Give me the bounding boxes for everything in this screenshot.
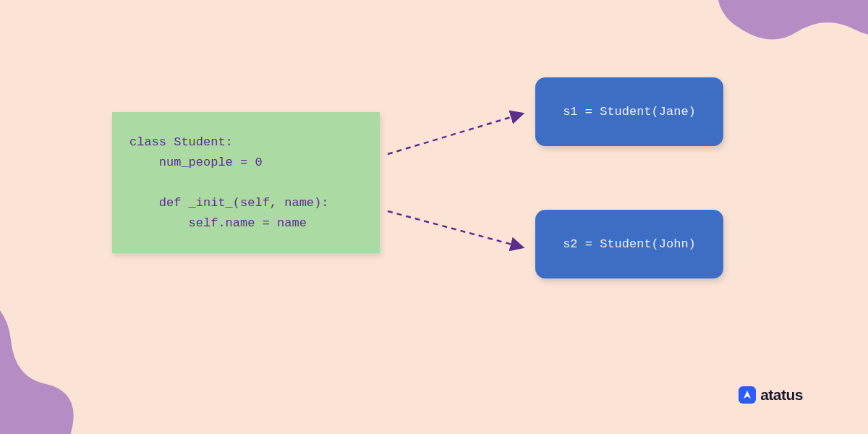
instance-code-2: s2 = Student(John) bbox=[563, 237, 696, 251]
instance-box-1: s1 = Student(Jane) bbox=[535, 77, 723, 146]
arrow-to-instance-1 bbox=[382, 105, 534, 163]
class-definition-box: class Student: num_people = 0 def _init_… bbox=[112, 112, 380, 253]
instance-code-1: s1 = Student(Jane) bbox=[563, 105, 696, 119]
logo-icon bbox=[739, 386, 756, 404]
instance-box-2: s2 = Student(John) bbox=[535, 210, 723, 278]
logo-text: atatus bbox=[760, 386, 803, 404]
decorative-blob-top bbox=[709, 0, 868, 101]
arrow-to-instance-2 bbox=[382, 203, 534, 260]
brand-logo: atatus bbox=[739, 386, 803, 404]
svg-line-1 bbox=[388, 211, 523, 247]
class-code: class Student: num_people = 0 def _init_… bbox=[129, 132, 362, 234]
decorative-blob-bottom bbox=[0, 289, 116, 434]
svg-line-0 bbox=[388, 114, 523, 154]
